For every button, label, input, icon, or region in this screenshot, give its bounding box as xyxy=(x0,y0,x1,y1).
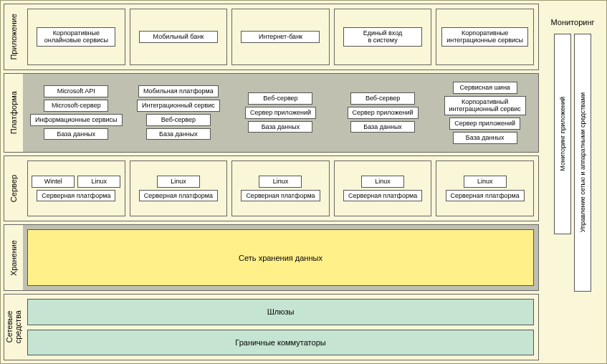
srv-col-1: Linux Серверная платформа xyxy=(130,161,228,217)
chip: Мобильная платформа xyxy=(138,85,219,97)
row-label-server: Сервер xyxy=(4,156,23,221)
chip: Интернет-банк xyxy=(241,31,320,43)
chip: Единый вход в систему xyxy=(343,27,422,47)
chip: Wintel xyxy=(32,176,75,188)
row-body-network: Шлюзы Граничные коммутаторы xyxy=(23,294,538,360)
srv-col-4: Linux Серверная платформа xyxy=(436,161,534,217)
network-bar-edge-switches: Граничные коммутаторы xyxy=(27,330,534,355)
main-grid: Приложение Корпоративные онлайновые серв… xyxy=(4,4,539,360)
plat-col-1: Мобильная платформа Интеграционный серви… xyxy=(130,78,228,148)
row-storage: Хранение Сеть хранения данных xyxy=(4,224,539,291)
srv-col-0: Wintel Linux Серверная платформа xyxy=(27,161,125,217)
chip: База данных xyxy=(44,128,108,140)
chip: Серверная платформа xyxy=(446,190,525,202)
chip: Информационные сервисы xyxy=(30,114,122,126)
row-body-server: Wintel Linux Серверная платформа Linux С… xyxy=(23,156,538,221)
plat-col-0: Microsoft API Microsoft-сервер Информаци… xyxy=(27,78,125,148)
srv-col-2: Linux Серверная платформа xyxy=(231,161,330,217)
plat-col-3: Веб-сервер Сервер приложений База данных xyxy=(334,78,432,148)
row-body-application: Корпоративные онлайновые сервисы Мобильн… xyxy=(23,4,538,70)
row-platform: Платформа Microsoft API Microsoft-сервер… xyxy=(4,73,539,153)
chip: Сервер приложений xyxy=(245,107,316,119)
os-row: Wintel Linux xyxy=(32,176,120,188)
monitoring-bar-infra: Управление сетью и аппаратными средствам… xyxy=(574,34,591,292)
chip: Веб-сервер xyxy=(350,92,415,105)
chip: Linux xyxy=(157,176,200,188)
row-label-storage: Хранение xyxy=(4,225,23,290)
chip: База данных xyxy=(350,121,415,133)
network-bar-gateways: Шлюзы xyxy=(27,299,534,325)
srv-col-3: Linux Серверная платформа xyxy=(334,161,432,217)
chip: Серверная платформа xyxy=(343,190,422,202)
chip: База данных xyxy=(453,132,517,144)
row-server: Сервер Wintel Linux Серверная платформа … xyxy=(4,155,539,222)
app-col-4: Корпоративные интеграционные сервисы xyxy=(436,9,534,65)
row-application: Приложение Корпоративные онлайновые серв… xyxy=(4,4,539,70)
plat-col-4: Сервисная шина Корпоративный интеграцион… xyxy=(436,78,534,148)
app-col-3: Единый вход в систему xyxy=(334,9,432,65)
app-col-1: Мобильный банк xyxy=(130,9,228,65)
chip: Linux xyxy=(259,176,302,188)
monitoring-bar-apps: Мониторинг приложений xyxy=(554,34,571,234)
row-label-platform: Платформа xyxy=(4,74,23,152)
architecture-diagram: Приложение Корпоративные онлайновые серв… xyxy=(0,0,607,364)
monitoring-title: Мониторинг xyxy=(550,4,594,34)
chip: База данных xyxy=(248,121,312,133)
chip: Интеграционный сервис xyxy=(137,100,220,112)
monitoring-panel: Мониторинг Мониторинг приложений Управле… xyxy=(542,4,603,360)
row-network: Сетевые средства Шлюзы Граничные коммута… xyxy=(4,294,539,360)
chip: Веб-сервер xyxy=(146,114,211,126)
chip: Сервисная шина xyxy=(453,82,517,94)
chip: Linux xyxy=(464,176,507,188)
chip: Linux xyxy=(77,176,120,188)
row-body-platform: Microsoft API Microsoft-сервер Информаци… xyxy=(23,74,538,152)
plat-col-2: Веб-сервер Сервер приложений База данных xyxy=(231,78,330,148)
row-label-application: Приложение xyxy=(4,4,23,70)
chip: Веб-сервер xyxy=(248,92,312,105)
chip: Сервер приложений xyxy=(348,107,419,119)
monitoring-bars: Мониторинг приложений Управление сетью и… xyxy=(542,34,603,360)
chip: Корпоративные интеграционные сервисы xyxy=(441,27,528,47)
chip: Microsoft-сервер xyxy=(44,100,108,112)
chip: База данных xyxy=(146,128,211,140)
chip: Корпоративные онлайновые сервисы xyxy=(37,27,115,47)
chip: Корпоративный интеграционный сервис xyxy=(444,96,526,116)
row-label-network: Сетевые средства xyxy=(4,294,23,360)
chip: Серверная платформа xyxy=(139,190,218,202)
chip: Microsoft API xyxy=(44,85,108,97)
app-col-2: Интернет-банк xyxy=(231,9,330,65)
storage-bar: Сеть хранения данных xyxy=(27,229,534,286)
chip: Linux xyxy=(361,176,404,188)
app-col-0: Корпоративные онлайновые сервисы xyxy=(27,9,125,65)
chip: Серверная платформа xyxy=(241,190,320,202)
row-body-storage: Сеть хранения данных xyxy=(23,225,538,290)
chip: Мобильный банк xyxy=(139,31,218,43)
chip: Сервер приложений xyxy=(449,118,520,130)
chip: Серверная платформа xyxy=(37,190,115,202)
